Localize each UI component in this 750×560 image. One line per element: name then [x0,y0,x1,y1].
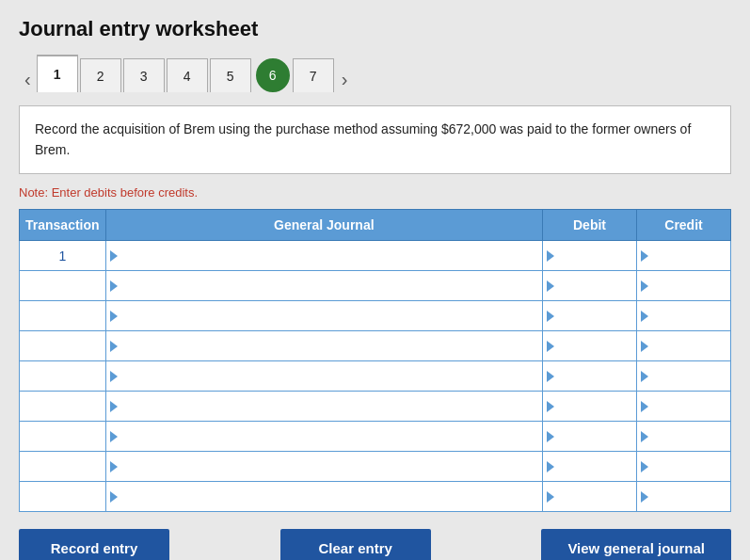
tab-7[interactable]: 7 [293,58,334,92]
cell-credit[interactable] [637,452,731,482]
table-row [20,361,731,392]
cell-debit[interactable] [543,452,637,482]
tab-2[interactable]: 2 [80,58,121,92]
instruction-text: Record the acquisition of Brem using the… [35,121,691,157]
clear-entry-button[interactable]: Clear entry [280,529,431,560]
cell-credit[interactable] [637,422,731,452]
table-row [20,452,731,482]
button-bar: Record entry Clear entry View general jo… [19,529,731,560]
cell-journal[interactable] [105,301,542,331]
cell-credit[interactable] [637,482,731,512]
cell-transaction [20,301,106,331]
table-row: 1 [20,241,731,271]
cell-debit[interactable] [543,301,637,331]
prev-arrow[interactable]: ‹ [19,66,37,92]
cell-debit[interactable] [543,422,637,452]
record-entry-button[interactable]: Record entry [19,529,169,560]
cell-debit[interactable] [543,241,637,271]
journal-table: Transaction General Journal Debit Credit… [19,209,731,512]
tab-1[interactable]: 1 [37,55,78,92]
cell-credit[interactable] [637,392,731,422]
cell-credit[interactable] [637,361,731,392]
table-row [20,331,731,361]
instruction-box: Record the acquisition of Brem using the… [19,105,731,174]
note-text: Note: Enter debits before credits. [19,185,731,200]
cell-debit[interactable] [543,482,637,512]
cell-transaction: 1 [20,241,106,271]
page-title: Journal entry worksheet [19,17,731,41]
table-row [20,301,731,331]
cell-journal[interactable] [105,482,542,512]
cell-transaction [20,271,106,301]
cell-credit[interactable] [637,271,731,301]
cell-credit[interactable] [637,241,731,271]
tab-3[interactable]: 3 [123,58,165,92]
tab-6[interactable]: 6 [256,58,290,92]
cell-transaction [20,452,106,482]
col-journal: General Journal [105,210,542,241]
next-arrow[interactable]: › [336,66,354,92]
cell-credit[interactable] [637,331,731,361]
cell-journal[interactable] [105,271,542,301]
cell-debit[interactable] [543,361,637,392]
cell-journal[interactable] [105,241,542,271]
cell-transaction [20,422,106,452]
table-row [20,392,731,422]
tab-5[interactable]: 5 [210,58,251,92]
cell-journal[interactable] [105,422,542,452]
cell-journal[interactable] [105,331,542,361]
view-journal-button[interactable]: View general journal [541,529,731,560]
tab-4[interactable]: 4 [167,58,208,92]
col-debit: Debit [543,210,637,241]
col-transaction: Transaction [20,210,106,241]
cell-debit[interactable] [543,271,637,301]
cell-transaction [20,392,106,422]
table-row [20,271,731,301]
table-row [20,422,731,452]
cell-journal[interactable] [105,361,542,392]
table-row [20,482,731,512]
cell-debit[interactable] [543,331,637,361]
cell-journal[interactable] [105,452,542,482]
cell-transaction [20,361,106,392]
cell-debit[interactable] [543,392,637,422]
tab-bar: ‹ 1 2 3 4 5 6 7 › [19,55,731,92]
cell-credit[interactable] [637,301,731,331]
cell-transaction [20,331,106,361]
cell-transaction [20,482,106,512]
cell-journal[interactable] [105,392,542,422]
col-credit: Credit [637,210,731,241]
